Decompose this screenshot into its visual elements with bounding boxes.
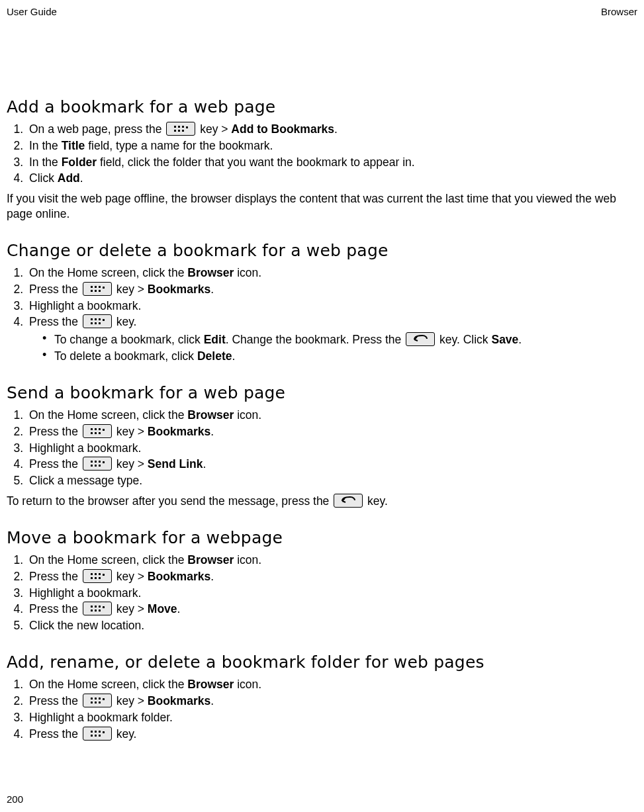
text: field, type a name for the bookmark. — [85, 139, 273, 152]
bold-text: Send Link — [148, 457, 203, 471]
text: icon. — [234, 678, 261, 691]
text: . Change the bookmark. Press the — [226, 333, 404, 346]
text: Press the — [29, 425, 81, 438]
text: icon. — [234, 553, 261, 566]
heading-send-bookmark: Send a bookmark for a web page — [7, 383, 636, 404]
text: key > — [113, 283, 148, 296]
text: To change a bookmark, click — [54, 333, 204, 346]
bold-text: Browser — [187, 678, 234, 691]
menu-key-icon — [83, 424, 112, 438]
steps-change-delete: On the Home screen, click the Browser ic… — [7, 265, 636, 364]
bold-text: Add — [58, 171, 80, 185]
menu-key-icon — [83, 727, 112, 741]
text: . — [518, 333, 522, 346]
step: Click the new location. — [26, 618, 636, 633]
note-text: If you visit the web page offline, the b… — [7, 191, 636, 222]
step: Highlight a bookmark. — [26, 298, 636, 314]
substeps: To change a bookmark, click Edit. Change… — [29, 332, 636, 364]
step: Press the key. To change a bookmark, cli… — [26, 314, 636, 363]
text: key. — [113, 727, 137, 741]
bold-text: Bookmarks — [148, 283, 210, 296]
step: In the Title field, type a name for the … — [26, 138, 636, 154]
text: . — [210, 694, 214, 707]
step: Highlight a bookmark. — [26, 441, 636, 456]
steps-folder: On the Home screen, click the Browser ic… — [7, 677, 636, 741]
menu-key-icon — [83, 282, 112, 296]
substep: To delete a bookmark, click Delete. — [42, 349, 636, 364]
bold-text: Folder — [62, 156, 97, 169]
substep: To change a bookmark, click Edit. Change… — [42, 332, 636, 347]
bold-text: Add to Bookmarks — [231, 122, 334, 136]
step: Highlight a bookmark. — [26, 586, 636, 601]
back-key-icon — [334, 494, 363, 508]
bold-text: Title — [62, 139, 85, 152]
heading-move-bookmark: Move a bookmark for a webpage — [7, 527, 636, 549]
bold-text: Save — [491, 333, 518, 346]
steps-add-bookmark: On a web page, press the key > Add to Bo… — [7, 122, 636, 186]
step: Press the key > Bookmarks. — [26, 424, 636, 439]
text: In the — [29, 139, 62, 152]
back-key-icon — [406, 332, 435, 346]
step: Press the key > Bookmarks. — [26, 282, 636, 297]
steps-move: On the Home screen, click the Browser ic… — [7, 553, 636, 633]
text: Press the — [29, 457, 81, 471]
text: Press the — [29, 727, 81, 741]
text: Click — [29, 171, 58, 185]
text: To delete a bookmark, click — [54, 349, 197, 363]
menu-key-icon — [83, 569, 112, 583]
step: Click Add. — [26, 171, 636, 186]
text: . — [232, 349, 235, 363]
text: key. — [113, 315, 137, 328]
text: . — [334, 122, 338, 136]
step: On the Home screen, click the Browser ic… — [26, 265, 636, 281]
text: In the — [29, 156, 62, 169]
step: Press the key > Bookmarks. — [26, 569, 636, 584]
text: On the Home screen, click the — [29, 553, 187, 566]
text: . — [80, 171, 83, 185]
text: key > — [113, 570, 148, 583]
heading-bookmark-folder: Add, rename, or delete a bookmark folder… — [7, 652, 636, 674]
text: key > — [113, 602, 148, 615]
bold-text: Browser — [187, 408, 234, 422]
bold-text: Edit — [204, 333, 226, 346]
bold-text: Delete — [197, 349, 232, 363]
step: On the Home screen, click the Browser ic… — [26, 677, 636, 692]
text: Press the — [29, 602, 81, 615]
menu-key-icon — [83, 694, 112, 707]
bold-text: Browser — [187, 553, 234, 566]
text: To return to the browser after you send … — [7, 494, 332, 508]
bold-text: Browser — [187, 266, 234, 279]
text: key > — [113, 425, 148, 438]
text: . — [203, 457, 206, 471]
heading-add-bookmark: Add a bookmark for a web page — [7, 97, 636, 118]
step: In the Folder field, click the folder th… — [26, 155, 636, 170]
text: key > — [197, 122, 231, 136]
page-number: 200 — [7, 793, 23, 806]
step: On the Home screen, click the Browser ic… — [26, 553, 636, 568]
step: Press the key. — [26, 727, 636, 742]
header-left: User Guide — [7, 5, 57, 19]
text: key. Click — [436, 333, 491, 346]
text: . — [177, 602, 181, 615]
text: field, click the folder that you want th… — [97, 156, 415, 169]
step: Press the key > Send Link. — [26, 457, 636, 472]
header-right: Browser — [601, 5, 637, 19]
bold-text: Move — [148, 602, 177, 615]
text: Press the — [29, 694, 81, 707]
step: On the Home screen, click the Browser ic… — [26, 408, 636, 423]
step: On a web page, press the key > Add to Bo… — [26, 122, 636, 137]
page-content: Add a bookmark for a web page On a web p… — [7, 19, 637, 742]
menu-key-icon — [166, 122, 195, 136]
steps-send: On the Home screen, click the Browser ic… — [7, 408, 636, 488]
text: . — [210, 570, 214, 583]
text: . — [210, 425, 214, 438]
text: icon. — [234, 408, 261, 422]
step: Highlight a bookmark folder. — [26, 710, 636, 725]
menu-key-icon — [83, 457, 112, 471]
menu-key-icon — [83, 602, 112, 615]
text: On a web page, press the — [29, 122, 165, 136]
page-header: User Guide Browser — [7, 5, 637, 19]
text: Press the — [29, 570, 81, 583]
text: icon. — [234, 266, 261, 279]
text: On the Home screen, click the — [29, 408, 187, 422]
